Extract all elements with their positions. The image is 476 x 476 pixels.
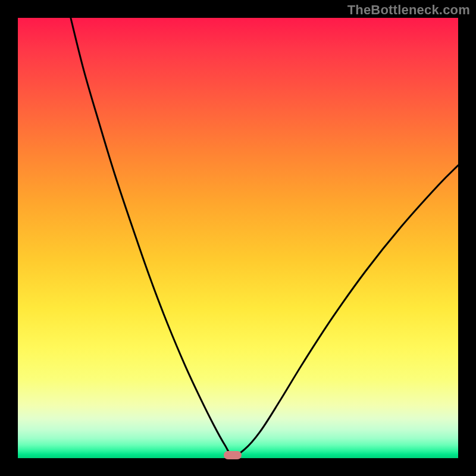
plot-area (18, 18, 458, 458)
watermark-text: TheBottleneck.com (347, 2, 470, 18)
optimum-marker (224, 451, 242, 459)
curve-path (71, 18, 458, 456)
chart-frame: TheBottleneck.com (0, 0, 476, 476)
bottleneck-curve (18, 18, 458, 458)
